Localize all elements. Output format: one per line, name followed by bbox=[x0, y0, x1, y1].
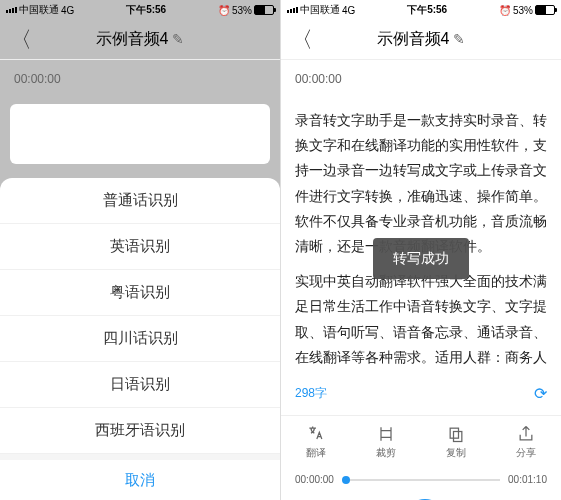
carrier: 中国联通 bbox=[300, 3, 340, 17]
status-bar: 中国联通 4G 下午5:56 ⏰ 53% bbox=[0, 0, 280, 20]
back-button[interactable]: 〈 bbox=[291, 25, 313, 55]
tool-translate[interactable]: 翻译 bbox=[281, 416, 351, 468]
signal-icon bbox=[6, 7, 17, 13]
status-bar: 中国联通 4G 下午5:56 ⏰ 53% bbox=[281, 0, 561, 20]
char-count: 298字 bbox=[295, 386, 327, 400]
copy-icon bbox=[446, 424, 466, 444]
sheet-item-mandarin[interactable]: 普通话识别 bbox=[0, 178, 280, 224]
battery-pct: 53% bbox=[232, 5, 252, 16]
alarm-icon: ⏰ bbox=[218, 5, 230, 16]
sheet-item-cantonese[interactable]: 粤语识别 bbox=[0, 270, 280, 316]
player-controls: ◂10s 10s▸ 1x bbox=[281, 491, 561, 500]
battery-icon bbox=[254, 5, 274, 15]
alarm-icon: ⏰ bbox=[499, 5, 511, 16]
sheet-item-spanish[interactable]: 西班牙语识别 bbox=[0, 408, 280, 454]
edit-icon[interactable]: ✎ bbox=[453, 31, 465, 47]
tool-trim[interactable]: 裁剪 bbox=[351, 416, 421, 468]
back-button[interactable]: 〈 bbox=[10, 25, 32, 55]
action-sheet: 普通话识别 英语识别 粤语识别 四川话识别 日语识别 西班牙语识别 取消 bbox=[0, 178, 280, 500]
toast-success: 转写成功 bbox=[373, 238, 469, 279]
phone-right: 中国联通 4G 下午5:56 ⏰ 53% 〈 示例音频4✎ 00:00:00 录… bbox=[281, 0, 561, 500]
timestamp: 00:00:00 bbox=[281, 60, 561, 98]
phone-left: 中国联通 4G 下午5:56 ⏰ 53% 〈 示例音频4✎ 00:00:00 普… bbox=[0, 0, 280, 500]
network: 4G bbox=[342, 5, 355, 16]
time-start: 00:00:00 bbox=[295, 474, 334, 485]
trim-icon bbox=[376, 424, 396, 444]
nav-bar: 〈 示例音频4✎ bbox=[281, 20, 561, 60]
transcript-para-2: 实现中英自动翻译软件强大全面的技术满足日常生活工作中语音转换文字、文字提取、语句… bbox=[295, 269, 547, 370]
battery-pct: 53% bbox=[513, 5, 533, 16]
tool-copy[interactable]: 复制 bbox=[421, 416, 491, 468]
sheet-item-japanese[interactable]: 日语识别 bbox=[0, 362, 280, 408]
battery-icon bbox=[535, 5, 555, 15]
refresh-icon[interactable]: ⟳ bbox=[534, 380, 547, 409]
carrier: 中国联通 bbox=[19, 3, 59, 17]
share-icon bbox=[516, 424, 536, 444]
translate-icon bbox=[306, 424, 326, 444]
tool-share[interactable]: 分享 bbox=[491, 416, 561, 468]
time-end: 00:01:10 bbox=[508, 474, 547, 485]
progress-bar[interactable]: 00:00:00 00:01:10 bbox=[281, 468, 561, 491]
toolbar: 翻译 裁剪 复制 分享 bbox=[281, 415, 561, 468]
svg-rect-1 bbox=[454, 432, 462, 442]
timestamp: 00:00:00 bbox=[0, 60, 280, 98]
transcript-para-1: 录音转文字助手是一款支持实时录音、转换文字和在线翻译功能的实用性软件，支持一边录… bbox=[295, 108, 547, 259]
sheet-item-sichuan[interactable]: 四川话识别 bbox=[0, 316, 280, 362]
clock: 下午5:56 bbox=[407, 3, 447, 17]
clock: 下午5:56 bbox=[126, 3, 166, 17]
seek-bar[interactable] bbox=[342, 479, 500, 481]
signal-icon bbox=[287, 7, 298, 13]
nav-bar: 〈 示例音频4✎ bbox=[0, 20, 280, 60]
svg-rect-0 bbox=[450, 428, 458, 438]
sheet-item-english[interactable]: 英语识别 bbox=[0, 224, 280, 270]
page-title: 示例音频4✎ bbox=[96, 29, 185, 50]
content-placeholder bbox=[10, 104, 270, 164]
page-title: 示例音频4✎ bbox=[377, 29, 466, 50]
sheet-cancel[interactable]: 取消 bbox=[0, 454, 280, 500]
edit-icon[interactable]: ✎ bbox=[172, 31, 184, 47]
network: 4G bbox=[61, 5, 74, 16]
transcript-area: 录音转文字助手是一款支持实时录音、转换文字和在线翻译功能的实用性软件，支持一边录… bbox=[281, 98, 561, 415]
